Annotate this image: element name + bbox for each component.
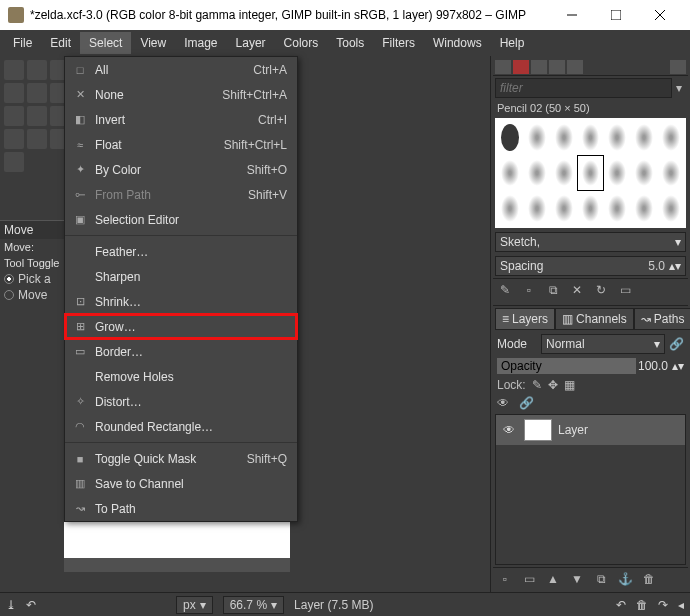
menu-item-rounded-rectangle[interactable]: ◠Rounded Rectangle… <box>65 414 297 439</box>
tool-button[interactable] <box>4 152 24 172</box>
dock-tab[interactable] <box>531 60 547 74</box>
menu-item-border[interactable]: ▭Border… <box>65 339 297 364</box>
menu-item-remove-holes[interactable]: Remove Holes <box>65 364 297 389</box>
unit-select[interactable]: px▾ <box>176 596 213 614</box>
radio-move[interactable]: Move <box>0 287 64 303</box>
zoom-select[interactable]: 66.7 %▾ <box>223 596 284 614</box>
menu-help[interactable]: Help <box>491 32 534 54</box>
brush-item[interactable] <box>658 156 684 191</box>
dock-tab[interactable] <box>549 60 565 74</box>
brush-item[interactable] <box>658 191 684 226</box>
menu-select[interactable]: Select <box>80 32 131 54</box>
maximize-button[interactable] <box>594 0 638 30</box>
menu-view[interactable]: View <box>131 32 175 54</box>
menu-layer[interactable]: Layer <box>227 32 275 54</box>
preset-combo[interactable]: Sketch, ▾ <box>495 232 686 252</box>
edit-icon[interactable]: ✎ <box>497 282 513 298</box>
duplicate-icon[interactable]: ⧉ <box>545 282 561 298</box>
stepper-icon[interactable]: ▴▾ <box>672 359 684 373</box>
menu-file[interactable]: File <box>4 32 41 54</box>
menu-windows[interactable]: Windows <box>424 32 491 54</box>
group-icon[interactable]: ▭ <box>521 571 537 587</box>
brush-item[interactable] <box>604 120 630 155</box>
mode-select[interactable]: Normal ▾ <box>541 334 665 354</box>
tool-button[interactable] <box>4 60 24 80</box>
dock-tab[interactable] <box>513 60 529 74</box>
menu-item-none[interactable]: ✕NoneShift+Ctrl+A <box>65 82 297 107</box>
lock-pixels-icon[interactable]: ✎ <box>532 378 542 392</box>
brush-item[interactable] <box>604 191 630 226</box>
brush-item[interactable] <box>551 120 577 155</box>
brush-item[interactable] <box>631 156 657 191</box>
lower-icon[interactable]: ▼ <box>569 571 585 587</box>
menu-item-float[interactable]: ≈FloatShift+Ctrl+L <box>65 132 297 157</box>
menu-item-grow[interactable]: ⊞Grow… <box>65 314 297 339</box>
minimize-button[interactable] <box>550 0 594 30</box>
tool-button[interactable] <box>27 83 47 103</box>
delete-icon[interactable]: ✕ <box>569 282 585 298</box>
brush-item[interactable] <box>578 191 604 226</box>
raise-icon[interactable]: ▲ <box>545 571 561 587</box>
lock-position-icon[interactable]: ✥ <box>548 378 558 392</box>
menu-item-by-color[interactable]: ✦By ColorShift+O <box>65 157 297 182</box>
menu-item-feather[interactable]: Feather… <box>65 239 297 264</box>
new-icon[interactable]: ▫ <box>521 282 537 298</box>
tool-button[interactable] <box>27 129 47 149</box>
layer-name[interactable]: Layer <box>558 423 588 437</box>
brush-item[interactable] <box>631 120 657 155</box>
menu-item-save-to-channel[interactable]: ▥Save to Channel <box>65 471 297 496</box>
visibility-toggle[interactable]: 👁 <box>500 423 518 437</box>
tab-channels[interactable]: ▥Channels <box>555 308 634 330</box>
brush-item[interactable] <box>524 191 550 226</box>
menu-item-selection-editor[interactable]: ▣Selection Editor <box>65 207 297 232</box>
menu-colors[interactable]: Colors <box>275 32 328 54</box>
tab-layers[interactable]: ≡Layers <box>495 308 555 330</box>
lock-alpha-icon[interactable]: ▦ <box>564 378 575 392</box>
brush-item[interactable] <box>578 120 604 155</box>
new-layer-icon[interactable]: ▫ <box>497 571 513 587</box>
tool-button[interactable] <box>4 129 24 149</box>
undo-icon[interactable]: ↶ <box>616 598 626 612</box>
brush-item[interactable] <box>551 191 577 226</box>
anchor-icon[interactable]: ⚓ <box>617 571 633 587</box>
menu-image[interactable]: Image <box>175 32 226 54</box>
radio-pick[interactable]: Pick a <box>0 271 64 287</box>
brush-item[interactable] <box>524 156 550 191</box>
menu-edit[interactable]: Edit <box>41 32 80 54</box>
brush-item[interactable] <box>658 120 684 155</box>
chevron-down-icon[interactable]: ▾ <box>672 81 686 95</box>
brush-item[interactable] <box>524 120 550 155</box>
brush-item[interactable] <box>497 191 523 226</box>
menu-item-sharpen[interactable]: Sharpen <box>65 264 297 289</box>
brush-filter-input[interactable] <box>495 78 672 98</box>
refresh-icon[interactable]: ↻ <box>593 282 609 298</box>
brush-item[interactable] <box>578 156 604 191</box>
redo-icon[interactable]: ↷ <box>658 598 668 612</box>
opacity-slider[interactable]: Opacity 100.0 ▴▾ <box>497 358 684 374</box>
delete-layer-icon[interactable]: 🗑 <box>641 571 657 587</box>
menu-item-shrink[interactable]: ⊡Shrink… <box>65 289 297 314</box>
brush-item[interactable] <box>604 156 630 191</box>
brush-item[interactable] <box>497 156 523 191</box>
tool-button[interactable] <box>27 106 47 126</box>
tool-button[interactable] <box>4 83 24 103</box>
tool-button[interactable] <box>4 106 24 126</box>
menu-icon[interactable]: ◂ <box>678 598 684 612</box>
back-icon[interactable]: ↶ <box>26 598 36 612</box>
tool-button[interactable] <box>27 60 47 80</box>
duplicate-layer-icon[interactable]: ⧉ <box>593 571 609 587</box>
menu-tools[interactable]: Tools <box>327 32 373 54</box>
menu-item-to-path[interactable]: ↝To Path <box>65 496 297 521</box>
menu-filters[interactable]: Filters <box>373 32 424 54</box>
download-icon[interactable]: ⤓ <box>6 598 16 612</box>
dock-tab[interactable] <box>567 60 583 74</box>
brush-item[interactable] <box>551 156 577 191</box>
open-icon[interactable]: ▭ <box>617 282 633 298</box>
menu-item-invert[interactable]: ◧InvertCtrl+I <box>65 107 297 132</box>
tab-paths[interactable]: ↝Paths <box>634 308 690 330</box>
trash-icon[interactable]: 🗑 <box>636 598 648 612</box>
menu-item-distort[interactable]: ✧Distort… <box>65 389 297 414</box>
brush-item[interactable] <box>631 191 657 226</box>
dock-tab[interactable] <box>495 60 511 74</box>
close-button[interactable] <box>638 0 682 30</box>
